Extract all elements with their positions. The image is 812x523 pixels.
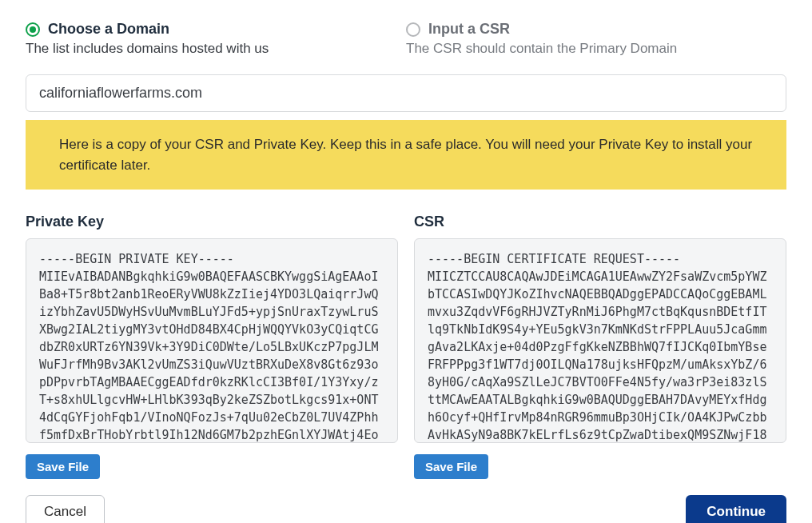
private-key-column: Private Key -----BEGIN PRIVATE KEY----- … [26, 214, 398, 479]
option-choose-domain-row[interactable]: Choose a Domain [26, 21, 406, 38]
csr-key-notice: Here is a copy of your CSR and Private K… [26, 120, 786, 190]
option-input-csr[interactable]: Input a CSR The CSR should contain the P… [406, 21, 786, 57]
radio-input-csr[interactable] [406, 22, 420, 37]
footer-actions: Cancel Continue [26, 495, 786, 523]
csr-label: CSR [414, 214, 786, 230]
csr-textarea[interactable]: -----BEGIN CERTIFICATE REQUEST----- MIIC… [414, 238, 786, 443]
domain-method-options: Choose a Domain The list includes domain… [26, 21, 786, 57]
option-input-csr-sub: The CSR should contain the Primary Domai… [406, 41, 786, 57]
csr-column: CSR -----BEGIN CERTIFICATE REQUEST----- … [414, 214, 786, 479]
key-csr-row: Private Key -----BEGIN PRIVATE KEY----- … [26, 214, 786, 479]
radio-input-csr-label: Input a CSR [428, 21, 510, 38]
private-key-textarea[interactable]: -----BEGIN PRIVATE KEY----- MIIEvAIBADAN… [26, 238, 398, 443]
radio-choose-domain[interactable] [26, 22, 40, 37]
continue-button[interactable]: Continue [686, 495, 786, 523]
save-csr-button[interactable]: Save File [414, 454, 488, 479]
domain-input[interactable] [26, 74, 786, 112]
cancel-button[interactable]: Cancel [26, 495, 105, 523]
radio-choose-domain-label: Choose a Domain [48, 21, 169, 38]
option-choose-domain-sub: The list includes domains hosted with us [26, 41, 406, 57]
option-choose-domain[interactable]: Choose a Domain The list includes domain… [26, 21, 406, 57]
save-private-key-button[interactable]: Save File [26, 454, 100, 479]
private-key-label: Private Key [26, 214, 398, 230]
option-input-csr-row[interactable]: Input a CSR [406, 21, 786, 38]
